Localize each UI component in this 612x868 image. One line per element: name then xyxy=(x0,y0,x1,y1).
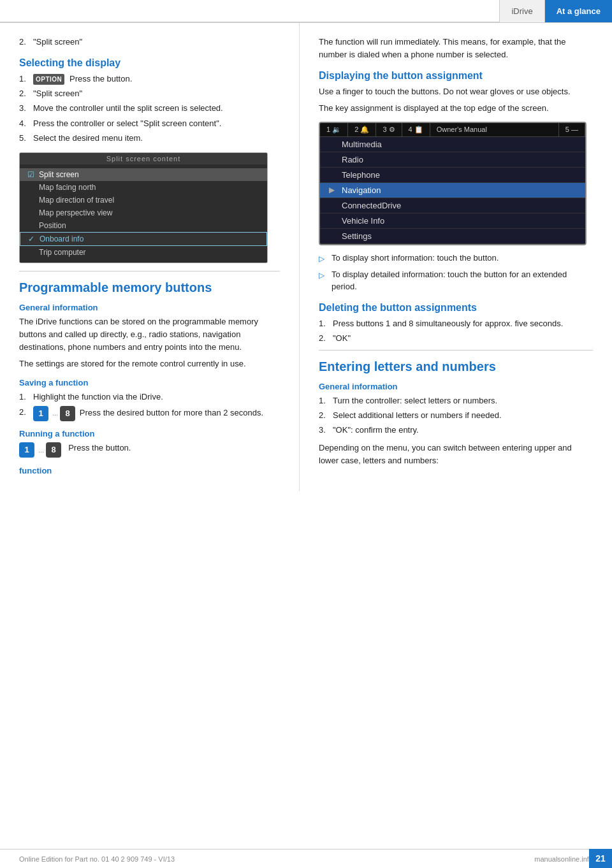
displaying-title: Displaying the button assignment xyxy=(319,70,593,82)
idrive-tab-bar: 1 🔉 2 🔔 3 ⚙ 4 📋 Owner's Manual 5 — xyxy=(320,123,585,137)
sel-step1: 1. OPTION Press the button. xyxy=(19,73,280,85)
menu-multimedia: Multimedia xyxy=(320,137,585,152)
sel-step2-num: 2. xyxy=(19,87,33,100)
right-column: The function will run immediately. This … xyxy=(300,23,612,491)
enter-step3: 3. "OK": confirm the entry. xyxy=(319,424,593,437)
enter-step2-text: Select additional letters or numbers if … xyxy=(333,409,502,422)
idrive-tab-manual: Owner's Manual xyxy=(430,123,559,136)
menu-telephone: Telephone xyxy=(320,168,585,183)
enter-step2: 2. Select additional letters or numbers … xyxy=(319,409,593,422)
button-icons-running: 1 ... 8 xyxy=(19,442,63,458)
sel-step5-num: 5. xyxy=(19,132,33,145)
selecting-display-title: Selecting the display xyxy=(19,57,280,69)
menu-navigation: ▶Navigation xyxy=(320,183,585,198)
sel-step1-num: 1. xyxy=(19,73,33,85)
saving-step2-content: 1 ... 8 Press the desired button for mor… xyxy=(33,406,263,421)
sel-step1-content: OPTION Press the button. xyxy=(33,73,132,85)
gen-info-text2: The settings are stored for the remote c… xyxy=(19,358,280,370)
main-content: 2. "Split screen" Selecting the display … xyxy=(0,23,612,491)
page-header: iDrive At a glance xyxy=(0,0,612,23)
idrive-tab-3: 3 ⚙ xyxy=(376,123,402,136)
entering-title: Entering letters and numbers xyxy=(319,359,593,374)
tab-idrive[interactable]: iDrive xyxy=(499,0,544,22)
screen-row-2: Map direction of travel xyxy=(20,194,267,206)
disp-text1: Use a finger to touch the buttons. Do no… xyxy=(319,85,593,98)
option-badge: OPTION xyxy=(33,74,64,85)
screen-row-4: Position xyxy=(20,219,267,232)
del-step1-text: Press buttons 1 and 8 simultaneously for… xyxy=(333,317,563,330)
disp-text2: The key assignment is displayed at the t… xyxy=(319,102,593,115)
screen-body: ☑ Split screen Map facing north Map dire… xyxy=(20,164,267,263)
check-icon-0: ☑ xyxy=(27,170,39,179)
saving-step1: 1. Highlight the function via the iDrive… xyxy=(19,391,280,403)
screen-header-label: Split screen content xyxy=(20,153,267,164)
bullet-item-2: ▷ To display detailed information: touch… xyxy=(319,268,593,293)
sel-step4: 4. Press the controller or select "Split… xyxy=(19,117,280,130)
left-column: 2. "Split screen" Selecting the display … xyxy=(0,23,300,491)
tab-at-a-glance[interactable]: At a glance xyxy=(544,0,612,22)
enter-step1-text: Turn the controller: select letters or n… xyxy=(333,394,497,407)
del-step2-num: 2. xyxy=(319,332,333,345)
right-intro-text: The function will run immediately. This … xyxy=(319,36,593,61)
function-label: function xyxy=(19,466,280,475)
gen-info-text1: The iDrive functions can be stored on th… xyxy=(19,315,280,354)
bullet-arrow-2: ▷ xyxy=(319,270,329,281)
idrive-tab-5: 5 — xyxy=(559,123,585,136)
screen-row-6: Trip computer xyxy=(20,246,267,259)
sel-step3-num: 3. xyxy=(19,102,33,115)
bullet-text-2: To display detailed information: touch t… xyxy=(332,268,593,293)
running-step: 1 ... 8 Press the button. xyxy=(19,442,280,458)
idrive-tab-4: 4 📋 xyxy=(402,123,430,136)
top-step2-text: "Split screen" xyxy=(33,36,82,48)
page-number: 21 xyxy=(589,849,612,868)
sel-step2: 2. "Split screen" xyxy=(19,87,280,100)
btn-icon-run-8: 8 xyxy=(46,442,61,458)
btn-icon-run-1: 1 xyxy=(19,442,34,458)
saving-step1-num: 1. xyxy=(19,391,33,403)
sel-step5: 5. Select the desired menu item. xyxy=(19,132,280,145)
split-screen-display: Split screen content ☑ Split screen Map … xyxy=(19,152,268,263)
del-step1-num: 1. xyxy=(319,317,333,330)
menu-vehicle-info: Vehicle Info xyxy=(320,213,585,229)
page-footer: Online Edition for Part no. 01 40 2 909 … xyxy=(0,849,612,868)
entering-list: 1. Turn the controller: select letters o… xyxy=(319,394,593,437)
idrive-menu-list: Multimedia Radio Telephone ▶Navigation C… xyxy=(320,137,585,244)
screen-row-0: ☑ Split screen xyxy=(20,168,267,181)
footer-site: manualsonline.info xyxy=(534,855,593,863)
bullet-arrow-1: ▷ xyxy=(319,253,329,264)
sel-step5-text: Select the desired menu item. xyxy=(33,132,143,145)
menu-connecteddrive: ConnectedDrive xyxy=(320,198,585,213)
saving-step1-text: Highlight the function via the iDrive. xyxy=(33,391,163,403)
top-step2: 2. "Split screen" xyxy=(19,36,280,48)
saving-step2-text: Press the desired button for more than 2… xyxy=(80,408,263,417)
enter-step1: 1. Turn the controller: select letters o… xyxy=(319,394,593,407)
sel-step4-text: Press the controller or select "Split sc… xyxy=(33,117,221,130)
enter-text1: Depending on the menu, you can switch be… xyxy=(319,442,593,467)
btn-icon-1: 1 xyxy=(33,406,48,421)
idrive-tab-2: 2 🔔 xyxy=(348,123,376,136)
saving-title: Saving a function xyxy=(19,378,280,387)
enter-step1-num: 1. xyxy=(319,394,333,407)
screen-row-3: Map perspective view xyxy=(20,206,267,219)
divider-right xyxy=(319,350,593,351)
btn-icon-8: 8 xyxy=(60,406,75,421)
footer-citation: Online Edition for Part no. 01 40 2 909 … xyxy=(19,855,175,863)
divider-1 xyxy=(19,271,280,271)
screen-row-5: ✓ Onboard info xyxy=(20,232,267,246)
menu-radio: Radio xyxy=(320,152,585,168)
running-title: Running a function xyxy=(19,429,280,438)
gen-info-title-left: General information xyxy=(19,303,280,312)
sel-step4-num: 4. xyxy=(19,117,33,130)
saving-step2: 2. 1 ... 8 Press the desired button for … xyxy=(19,406,280,421)
screen-row-1: Map facing north xyxy=(20,181,267,194)
tab-at-a-glance-label: At a glance xyxy=(557,6,601,16)
enter-step3-text: "OK": confirm the entry. xyxy=(333,424,419,437)
top-step-list: 2. "Split screen" xyxy=(19,36,280,48)
enter-gen-title: General information xyxy=(319,382,593,391)
del-step2-text: "OK" xyxy=(333,332,351,345)
running-step1-text: Press the button. xyxy=(68,442,131,454)
del-step2: 2. "OK" xyxy=(319,332,593,345)
saving-list: 1. Highlight the function via the iDrive… xyxy=(19,391,280,421)
enter-step3-num: 3. xyxy=(319,424,333,437)
idrive-screen: 1 🔉 2 🔔 3 ⚙ 4 📋 Owner's Manual 5 — Multi… xyxy=(319,122,586,245)
